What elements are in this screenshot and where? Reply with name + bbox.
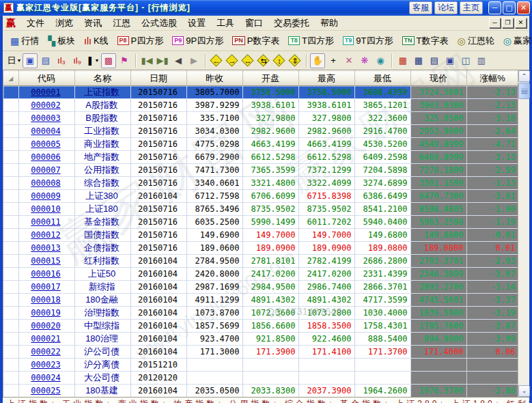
menu-item-6[interactable]: 工具 [211,16,240,31]
cell-name[interactable]: 沪公司债 [74,346,130,359]
cell-code[interactable]: 000025 [18,385,74,398]
toolbar-t-digit-table[interactable]: TNT数字表 [400,33,451,48]
scroll-down-button[interactable]: ⌄ [518,385,530,397]
cell-name[interactable]: 治理指数 [74,307,130,320]
table-row[interactable]: 000012 国债指数 20150716 149.6900 149.7000 1… [3,229,518,242]
first-page-icon[interactable]: ▮◀ [139,53,154,68]
cell-name[interactable]: 上证380 [74,190,130,203]
table-row[interactable]: 000022 沪公司债 20160104 171.3000 171.3900 1… [3,346,518,359]
toolbar-t9-square[interactable]: T99T四方形 [341,33,395,48]
table-row[interactable]: 000006 地产指数 20150716 6679.2900 6612.5298… [3,151,518,164]
minimize-button[interactable]: ─ [488,1,501,14]
cell-code[interactable]: 000016 [18,268,74,281]
mdi-close-button[interactable]: ✕ [515,18,527,28]
cell-name[interactable]: 工业指数 [74,125,130,138]
cell-name[interactable]: 180治理 [74,333,130,346]
column-header-marker[interactable]: ◢ [3,71,18,86]
indicator-flag-icon[interactable]: ⚑ [117,53,132,68]
cell-code[interactable]: 000024 [18,372,74,385]
table-row[interactable]: 000004 工业指数 20150716 3034.0300 2982.9600… [3,125,518,138]
toolbar-gann-wheel[interactable]: ◎江恩轮 [455,33,496,48]
cell-name[interactable]: 180金融 [74,294,130,307]
cell-name[interactable]: 上证180 [74,203,130,216]
table-row[interactable]: 000025 180基建 20160104 2035.0500 2033.830… [3,385,518,398]
table-row[interactable]: 000016 上证50 20160104 2420.8000 2417.0200… [3,268,518,281]
cell-name[interactable]: 沪分离债 [74,359,130,372]
cell-name[interactable]: 公用指数 [74,164,130,177]
cell-code[interactable]: 000012 [18,229,74,242]
export-icon[interactable]: ◫ [458,53,473,68]
table-row[interactable]: 000010 上证180 20150716 8765.3496 8735.950… [3,203,518,216]
cell-code[interactable]: 000005 [18,138,74,151]
chart-3-icon[interactable]: ıl₃ [54,53,69,68]
cell-code[interactable]: 000011 [18,216,74,229]
layout-grid-icon[interactable]: ▣ [23,53,38,68]
menu-item-7[interactable]: 窗口 [240,16,268,31]
table-row[interactable]: 000003 B股指数 20150716 335.7100 327.9800 3… [3,112,518,125]
table-row[interactable]: 000001 上证指数 20150716 3805.7000 3758.5000… [3,86,518,99]
menu-item-3[interactable]: 江恩 [107,16,136,31]
cell-name[interactable]: 上证指数 [74,86,130,99]
table-row[interactable]: 000013 企债指数 20150716 189.0600 189.0900 1… [3,242,518,255]
cell-name[interactable]: 企债指数 [74,242,130,255]
column-header-open[interactable]: 开盘 [242,71,298,86]
toolbar-winner-wheel[interactable]: ◎赢家轮 [501,33,532,48]
table-row[interactable]: 000009 上证380 20160104 6712.7598 6706.609… [3,190,518,203]
cell-name[interactable]: A股指数 [74,99,130,112]
column-header-high[interactable]: 最高 [298,71,354,86]
cell-name[interactable]: 综合指数 [74,177,130,190]
angle-tool-icon[interactable]: ✕ [341,53,356,68]
cell-code[interactable]: 000022 [18,346,74,359]
maximize-button[interactable]: ▢ [503,1,516,14]
save-icon[interactable]: ▣ [443,53,458,68]
last-page-icon[interactable]: ▶▮ [155,53,170,68]
table-row[interactable]: 000018 180金融 20160104 4911.1299 4891.430… [3,294,518,307]
scroll-up-button[interactable]: ⌃ [518,70,530,82]
knot-icon[interactable]: ◉ [373,53,388,68]
table-row[interactable]: 000011 基金指数 20150716 6035.2500 5990.1499… [3,216,518,229]
cell-code[interactable]: 000007 [18,164,74,177]
notebook-icon[interactable]: ▤ [427,53,442,68]
cell-code[interactable]: 000006 [18,151,74,164]
table-row[interactable]: 000019 治理指数 20160104 1073.8700 1072.3600… [3,307,518,320]
cell-name[interactable]: 商业指数 [74,138,130,151]
table-row[interactable]: 000005 商业指数 20150716 4775.0298 4663.4199… [3,138,518,151]
candle-style-icon[interactable]: ❚▼ [85,53,100,68]
fit-screen-icon[interactable]: ⇕ [288,53,303,68]
toolbar-p9-square[interactable]: P99P四方形 [170,33,225,48]
chart-9-icon[interactable]: ıl₉ [70,53,85,68]
cell-code[interactable]: 000019 [18,307,74,320]
cell-name[interactable]: B股指数 [74,112,130,125]
cell-name[interactable]: 180基建 [74,385,130,398]
zoom-v-icon[interactable]: ↕ [272,53,287,68]
cell-code[interactable]: 000004 [18,125,74,138]
cell-code[interactable]: 000015 [18,255,74,268]
cell-code[interactable]: 000013 [18,242,74,255]
column-header-date[interactable]: 日期 [130,71,186,86]
close-button[interactable]: ✕ [517,1,530,14]
menu-item-9[interactable]: 帮助 [315,16,344,31]
toolbar-sectors[interactable]: ▚板块 [46,33,77,48]
info-panel-icon[interactable]: ▤ [38,53,53,68]
pan-left-icon[interactable]: ← [209,53,224,68]
print-icon[interactable]: ▥ [474,53,489,68]
cell-code[interactable]: 000008 [18,177,74,190]
menu-item-1[interactable]: 浏览 [50,16,79,31]
cell-code[interactable]: 000002 [18,99,74,112]
overlay-icon[interactable]: ▩ [101,53,116,68]
scrollbar-thumb[interactable] [518,83,530,99]
column-header-low[interactable]: 最低 [354,71,410,86]
table-row[interactable]: 000002 A股指数 20150716 3987.9299 3938.6101… [3,99,518,112]
column-header-last[interactable]: 现价 [410,71,466,86]
zoom-h-icon[interactable]: ↔ [240,53,255,68]
menu-item-5[interactable]: 设置 [182,16,211,31]
toolbar-p-square[interactable]: P8P四方形 [115,33,166,48]
cell-name[interactable]: 新综指 [74,281,130,294]
cell-code[interactable]: 000023 [18,359,74,372]
cell-code[interactable]: 000020 [18,320,74,333]
crosshair-icon[interactable]: + [326,53,341,68]
table-row[interactable]: 000017 新综指 20160104 2987.1699 2984.9500 … [3,281,518,294]
menu-item-2[interactable]: 资讯 [79,16,107,31]
pan-right-icon[interactable]: → [225,53,240,68]
mdi-restore-button[interactable]: ❐ [502,18,514,28]
